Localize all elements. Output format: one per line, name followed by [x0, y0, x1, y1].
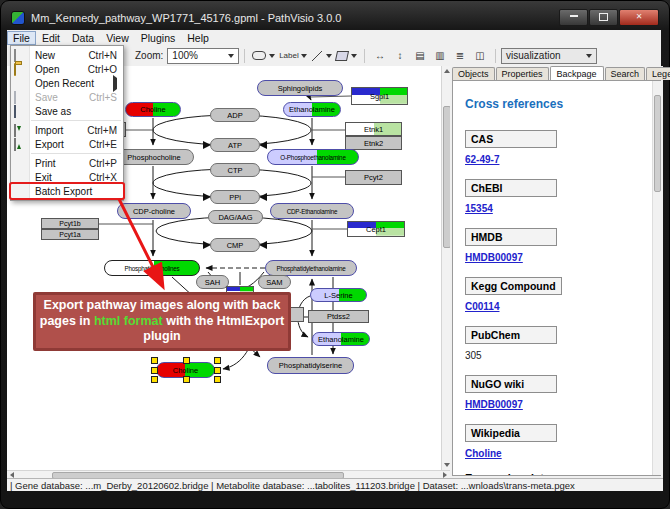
node-o-phosphoethanolamine[interactable]: O-Phosphoethanolamine	[267, 149, 359, 165]
node-phosphatidylethanolamine[interactable]: Phosphatidylethanolamine	[265, 260, 357, 276]
line-tool-button[interactable]	[311, 48, 332, 64]
node-choline-top[interactable]: Choline	[125, 102, 181, 117]
node-sphingolipids[interactable]: Sphingolipids	[257, 80, 343, 96]
node-pcyt1a[interactable]: Pcyt1a	[41, 229, 99, 240]
node-phosphatidylserine[interactable]: Phosphatidylserine	[267, 357, 354, 374]
node-etnk2[interactable]: Etnk2	[345, 136, 402, 150]
node-cmp[interactable]: CMP	[210, 238, 260, 252]
menu-item-open-recent[interactable]: Open Recent	[11, 76, 123, 90]
node-phosphocholine[interactable]: Phosphocholine	[114, 149, 194, 165]
node-phosphatidylcholines[interactable]: Phosphatidylcholines	[104, 260, 200, 276]
align-horizontal-center-button[interactable]: ↔	[372, 48, 388, 64]
minimize-button[interactable]	[559, 9, 588, 26]
expression-data-heading: Expression data	[465, 472, 660, 476]
menu-item-export[interactable]: ExportCtrl+E	[11, 137, 123, 151]
tab-legend[interactable]: Legend	[646, 67, 670, 80]
link-wikipedia[interactable]: Choline	[465, 448, 660, 459]
selection-handle[interactable]	[214, 376, 221, 383]
selection-handle[interactable]	[151, 357, 158, 364]
node-ppi[interactable]: PPi	[210, 190, 260, 204]
stack-horizontal-button[interactable]: ◫	[472, 48, 488, 64]
node-atp[interactable]: ATP	[210, 138, 260, 152]
node-pcyt1b[interactable]: Pcyt1b	[41, 218, 99, 229]
node-ethanolamine-bottom[interactable]: Ethanolamine	[312, 332, 370, 346]
menu-data[interactable]: Data	[66, 31, 100, 45]
section-title-pubchem: PubChem	[465, 326, 557, 344]
panel-scrollbar[interactable]	[652, 81, 661, 475]
node-ctp[interactable]: CTP	[210, 163, 260, 177]
menu-file[interactable]: File	[7, 31, 36, 45]
tab-backpage[interactable]: Backpage	[550, 66, 604, 81]
tab-objects[interactable]: Objects	[452, 67, 495, 80]
menu-edit[interactable]: Edit	[36, 31, 66, 45]
callout-highlight: html format	[94, 314, 163, 328]
selection-handle[interactable]	[151, 376, 158, 383]
menu-item-new[interactable]: NewCtrl+N	[11, 48, 123, 62]
selection-handle[interactable]	[183, 376, 190, 383]
zoom-combobox[interactable]: 100%	[167, 48, 239, 64]
link-nugo[interactable]: HMDB00097	[465, 399, 660, 410]
node-cdp-ethanolamine[interactable]: CDP-Ethanolamine	[270, 203, 354, 219]
stack-vertical-button[interactable]: ≣	[452, 48, 468, 64]
node-cdp-choline[interactable]: CDP-choline	[117, 203, 191, 219]
menu-view[interactable]: View	[100, 31, 135, 45]
canvas-vertical-scrollbar[interactable]	[441, 66, 450, 470]
menu-separator	[31, 153, 121, 154]
menu-item-print[interactable]: PrintCtrl+P	[11, 156, 123, 170]
selection-handle[interactable]	[183, 357, 190, 364]
new-file-icon	[14, 50, 26, 61]
node-sah[interactable]: SAH	[196, 275, 229, 289]
node-sgpl1[interactable]: Sgpl1	[351, 87, 408, 105]
node-adp[interactable]: ADP	[210, 108, 260, 122]
datanode-tool-button[interactable]	[252, 48, 275, 64]
align-left-button[interactable]: ▥	[432, 48, 448, 64]
menu-item-exit[interactable]: ExitCtrl+X	[11, 170, 123, 184]
node-ptdss2[interactable]: Ptdss2	[308, 310, 369, 323]
menu-item-import[interactable]: ImportCtrl+M	[11, 123, 123, 137]
value-pubchem: 305	[465, 350, 660, 361]
shape-tool-button[interactable]	[336, 48, 357, 64]
link-cas[interactable]: 62-49-7	[465, 154, 660, 165]
maximize-button[interactable]	[589, 9, 618, 26]
menu-item-save-as[interactable]: Save as	[11, 104, 123, 118]
align-top-button[interactable]: ▤	[412, 48, 428, 64]
close-button[interactable]: ✕	[619, 9, 659, 26]
title-bar[interactable]: Mm_Kennedy_pathway_WP1771_45176.gpml - P…	[7, 7, 663, 29]
selection-handle[interactable]	[214, 367, 221, 374]
node-sam[interactable]: SAM	[258, 275, 291, 289]
node-cept1[interactable]: Cept1	[347, 221, 405, 237]
selection-handle[interactable]	[214, 357, 221, 364]
tab-search[interactable]: Search	[605, 67, 646, 80]
selection-handle[interactable]	[151, 367, 158, 374]
menu-item-open[interactable]: OpenCtrl+O	[11, 62, 123, 76]
menu-separator	[31, 120, 121, 121]
node-dag[interactable]: DAG/AAG	[208, 210, 263, 224]
menu-help[interactable]: Help	[181, 31, 215, 45]
window-title: Mm_Kennedy_pathway_WP1771_45176.gpml - P…	[31, 12, 341, 24]
link-chebi[interactable]: 15354	[465, 203, 660, 214]
node-ethanolamine-top[interactable]: Ethanolamine	[283, 102, 341, 117]
node-l-serine[interactable]: L-Serine	[310, 288, 367, 302]
visualization-combobox[interactable]: visualization	[501, 48, 597, 64]
menu-bar: File Edit Data View Plugins Help	[7, 30, 661, 46]
node-choline-bottom-selected[interactable]: Choline	[156, 362, 215, 378]
side-panel: Objects Properties Backpage Search Legen…	[450, 66, 663, 478]
menu-plugins[interactable]: Plugins	[135, 31, 181, 45]
link-kegg[interactable]: C00114	[465, 301, 660, 312]
open-folder-icon	[14, 64, 26, 75]
chevron-down-icon	[586, 54, 592, 58]
import-icon	[14, 125, 26, 136]
align-vertical-center-button[interactable]: ↕	[392, 48, 408, 64]
link-hmdb[interactable]: HMDB00097	[465, 252, 660, 263]
label-tool-button[interactable]: Label	[279, 48, 307, 64]
tab-properties[interactable]: Properties	[496, 67, 549, 80]
chevron-down-icon	[228, 54, 234, 58]
section-title-cas: CAS	[465, 130, 557, 148]
node-pcyt2[interactable]: Pcyt2	[345, 170, 402, 185]
menu-item-batch-export[interactable]: Batch Export	[11, 184, 123, 198]
canvas-horizontal-scrollbar[interactable]	[7, 470, 450, 478]
node-etnk1[interactable]: Etnk1	[345, 122, 402, 136]
scroll-thumb[interactable]	[654, 95, 661, 192]
section-title-kegg: Kegg Compound	[465, 277, 562, 295]
line-icon	[311, 51, 323, 61]
